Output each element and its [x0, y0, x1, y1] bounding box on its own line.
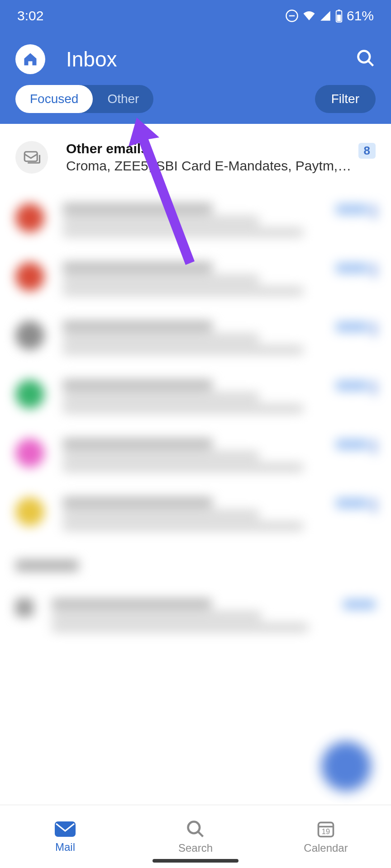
mail-list-2	[0, 579, 391, 645]
calendar-icon: 19	[316, 819, 336, 839]
other-emails-count: 8	[358, 143, 376, 159]
status-bar: 3:02 61%	[0, 0, 391, 32]
other-emails-preview: Croma, ZEE5, SBI Card E-Mandates, Paytm,…	[66, 158, 353, 174]
other-emails-title: Other emails	[66, 141, 353, 156]
mail-row[interactable]	[15, 586, 376, 645]
mail-content: Other emails Croma, ZEE5, SBI Card E-Man…	[0, 124, 391, 645]
status-icons: 61%	[285, 8, 374, 24]
tab-focused[interactable]: Focused	[15, 85, 93, 113]
nav-mail[interactable]: Mail	[0, 805, 130, 868]
svg-rect-4	[337, 15, 341, 21]
battery-percent: 61%	[347, 8, 374, 24]
mail-row[interactable]	[15, 426, 376, 485]
other-emails-avatar	[15, 141, 48, 174]
search-button[interactable]	[356, 48, 376, 70]
svg-line-11	[198, 831, 203, 836]
svg-point-10	[188, 821, 200, 833]
svg-point-5	[358, 51, 370, 63]
compose-fab[interactable]	[321, 741, 371, 791]
wifi-icon	[302, 9, 316, 23]
filter-button[interactable]: Filter	[315, 85, 376, 113]
mail-row[interactable]	[15, 191, 376, 250]
other-emails-row[interactable]: Other emails Croma, ZEE5, SBI Card E-Man…	[0, 124, 391, 184]
envelope-stack-icon	[22, 148, 41, 167]
svg-rect-7	[24, 152, 37, 161]
svg-rect-3	[338, 9, 340, 11]
mail-row[interactable]	[15, 367, 376, 426]
nav-search-label: Search	[178, 842, 213, 854]
search-icon	[186, 819, 205, 839]
app-bar: Inbox	[0, 32, 391, 85]
focused-other-toggle: Focused Other	[15, 85, 153, 113]
mail-list	[0, 184, 391, 543]
home-button[interactable]	[15, 44, 45, 74]
mail-row[interactable]	[15, 250, 376, 308]
bottom-nav: Mail Search 19 Calendar	[0, 805, 391, 868]
tab-other[interactable]: Other	[93, 85, 153, 113]
section-label	[0, 543, 391, 579]
dnd-icon	[285, 9, 299, 23]
nav-calendar[interactable]: 19 Calendar	[261, 805, 391, 868]
inbox-tabs: Focused Other Filter	[0, 85, 391, 124]
other-emails-text: Other emails Croma, ZEE5, SBI Card E-Man…	[66, 141, 353, 174]
mail-icon	[54, 820, 76, 838]
nav-mail-label: Mail	[55, 841, 75, 854]
home-indicator[interactable]	[153, 859, 238, 863]
mail-row[interactable]	[15, 485, 376, 543]
search-icon	[356, 48, 376, 68]
signal-icon	[319, 10, 331, 22]
battery-icon	[335, 9, 343, 23]
svg-line-6	[368, 61, 373, 66]
nav-calendar-label: Calendar	[304, 842, 348, 854]
svg-text:19: 19	[322, 827, 330, 835]
mail-row[interactable]	[15, 308, 376, 367]
page-title: Inbox	[66, 47, 356, 71]
svg-rect-9	[55, 822, 75, 836]
home-icon	[22, 51, 38, 67]
status-time: 3:02	[17, 8, 43, 24]
